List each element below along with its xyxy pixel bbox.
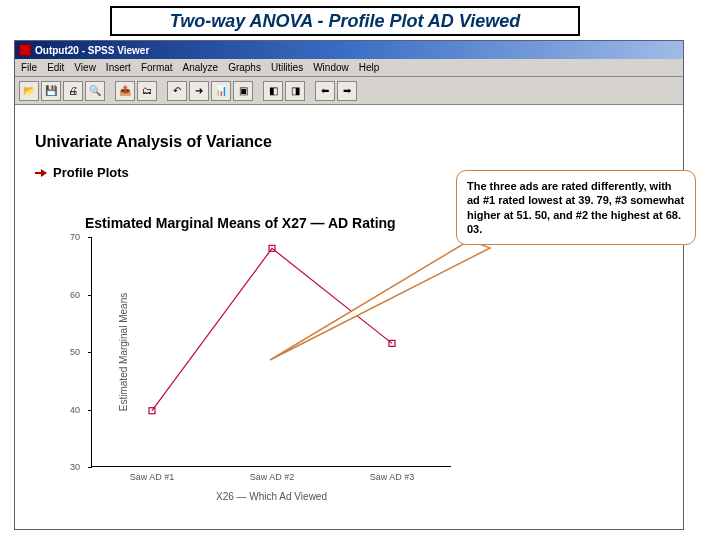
callout-tail — [0, 0, 720, 540]
annotation-text: The three ads are rated differently, wit… — [467, 180, 684, 235]
annotation-callout: The three ads are rated differently, wit… — [456, 170, 696, 245]
svg-marker-0 — [270, 240, 490, 360]
